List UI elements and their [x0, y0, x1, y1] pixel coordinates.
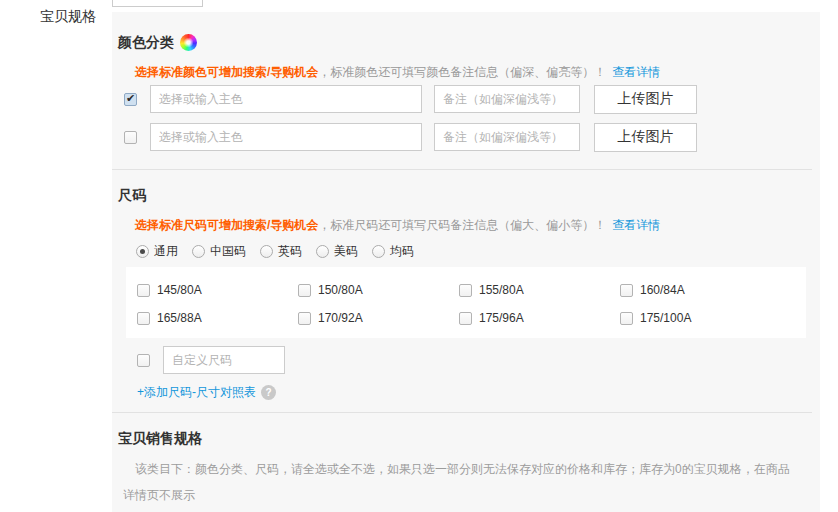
size-option-label: 175/96A — [479, 311, 524, 325]
radio-standard-china[interactable]: 中国码 — [192, 243, 246, 260]
color-row-2-main-input[interactable] — [150, 123, 422, 151]
radio-standard-onesize[interactable]: 均码 — [372, 243, 414, 260]
size-option[interactable]: 175/96A — [459, 311, 620, 325]
size-option-label: 175/100A — [640, 311, 691, 325]
size-option-label: 165/88A — [157, 311, 202, 325]
color-row-2-note-input[interactable] — [434, 123, 580, 151]
previous-field-input[interactable] — [112, 0, 203, 7]
size-section-title-text: 尺码 — [118, 185, 146, 205]
radio-label: 通用 — [154, 243, 178, 260]
radio-label: 英码 — [278, 243, 302, 260]
page-section-label: 宝贝规格 — [40, 8, 96, 26]
radio-icon[interactable] — [192, 245, 205, 258]
radio-icon[interactable] — [372, 245, 385, 258]
size-option[interactable]: 175/100A — [620, 311, 781, 325]
color-row-1: 上传图片 — [124, 85, 806, 113]
color-section-title: 颜色分类 — [118, 32, 806, 52]
radio-standard-us[interactable]: 美码 — [316, 243, 358, 260]
section-divider — [112, 412, 812, 413]
color-tip-highlight: 选择标准颜色可增加搜索/导购机会 — [135, 65, 318, 79]
size-option-label: 170/92A — [318, 311, 363, 325]
color-row-1-main-input[interactable] — [150, 85, 422, 113]
color-view-details-link[interactable]: 查看详情 — [612, 65, 660, 79]
sales-spec-title: 宝贝销售规格 — [118, 428, 806, 448]
sales-spec-description: 该类目下：颜色分类、尺码，请全选或全不选，如果只选一部分则无法保存对应的价格和库… — [123, 456, 795, 508]
add-size-chart-row: +添加尺码-尺寸对照表 ? — [137, 384, 806, 400]
size-option[interactable]: 150/80A — [298, 283, 459, 297]
color-row-2: 上传图片 — [124, 123, 806, 151]
custom-size-checkbox[interactable] — [137, 354, 150, 367]
color-row-1-upload-button[interactable]: 上传图片 — [594, 85, 697, 114]
size-checkbox[interactable] — [459, 284, 472, 297]
size-tip-highlight: 选择标准尺码可增加搜索/导购机会 — [135, 218, 318, 232]
size-standard-radio-group: 通用 中国码 英码 美码 均码 — [136, 243, 806, 259]
radio-icon[interactable] — [136, 245, 149, 258]
size-section: 尺码 选择标准尺码可增加搜索/导购机会，标准尺码还可填写尺码备注信息（偏大、偏小… — [112, 185, 820, 400]
size-option[interactable]: 165/88A — [137, 311, 298, 325]
size-tip: 选择标准尺码可增加搜索/导购机会，标准尺码还可填写尺码备注信息（偏大、偏小等）！… — [135, 217, 806, 233]
size-checkbox[interactable] — [298, 312, 311, 325]
radio-standard-uk[interactable]: 英码 — [260, 243, 302, 260]
add-size-chart-link[interactable]: +添加尺码-尺寸对照表 — [137, 384, 256, 401]
sales-spec-section: 宝贝销售规格 该类目下：颜色分类、尺码，请全选或全不选，如果只选一部分则无法保存… — [112, 428, 820, 508]
radio-label: 美码 — [334, 243, 358, 260]
color-row-2-upload-button[interactable]: 上传图片 — [594, 123, 697, 152]
size-option[interactable]: 145/80A — [137, 283, 298, 297]
size-checkbox[interactable] — [137, 312, 150, 325]
size-checkbox[interactable] — [620, 284, 633, 297]
color-tip-rest: ，标准颜色还可填写颜色备注信息（偏深、偏亮等）！ — [318, 65, 606, 79]
color-row-2-checkbox[interactable] — [124, 131, 137, 144]
size-section-title: 尺码 — [118, 185, 806, 205]
size-option[interactable]: 155/80A — [459, 283, 620, 297]
size-option-label: 145/80A — [157, 283, 202, 297]
custom-size-row — [137, 346, 806, 374]
custom-size-input[interactable] — [163, 346, 285, 374]
size-checkbox[interactable] — [137, 284, 150, 297]
size-option-label: 155/80A — [479, 283, 524, 297]
help-icon[interactable]: ? — [261, 385, 276, 400]
size-tip-rest: ，标准尺码还可填写尺码备注信息（偏大、偏小等）！ — [318, 218, 606, 232]
radio-icon[interactable] — [260, 245, 273, 258]
color-row-1-checkbox[interactable] — [124, 93, 137, 106]
radio-icon[interactable] — [316, 245, 329, 258]
size-option[interactable]: 170/92A — [298, 311, 459, 325]
size-checkbox[interactable] — [620, 312, 633, 325]
size-option-label: 160/84A — [640, 283, 685, 297]
size-checkbox[interactable] — [298, 284, 311, 297]
color-row-1-note-input[interactable] — [434, 85, 580, 113]
size-checkbox[interactable] — [459, 312, 472, 325]
size-view-details-link[interactable]: 查看详情 — [612, 218, 660, 232]
size-option-label: 150/80A — [318, 283, 363, 297]
size-options-grid: 145/80A 150/80A 155/80A 160/84A 165/88A … — [126, 267, 806, 338]
color-tip: 选择标准颜色可增加搜索/导购机会，标准颜色还可填写颜色备注信息（偏深、偏亮等）！… — [135, 64, 806, 80]
color-section-title-text: 颜色分类 — [118, 32, 174, 52]
color-wheel-icon — [180, 34, 197, 51]
radio-label: 中国码 — [210, 243, 246, 260]
color-category-section: 颜色分类 选择标准颜色可增加搜索/导购机会，标准颜色还可填写颜色备注信息（偏深、… — [112, 32, 820, 151]
section-divider — [112, 169, 812, 170]
specs-panel: 颜色分类 选择标准颜色可增加搜索/导购机会，标准颜色还可填写颜色备注信息（偏深、… — [112, 12, 820, 512]
radio-standard-universal[interactable]: 通用 — [136, 243, 178, 260]
radio-label: 均码 — [390, 243, 414, 260]
size-option[interactable]: 160/84A — [620, 283, 781, 297]
